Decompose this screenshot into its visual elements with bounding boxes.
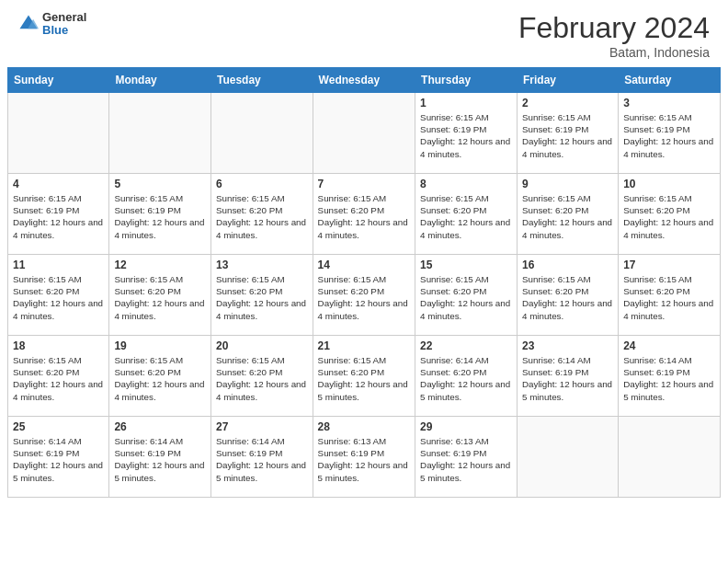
calendar-week-row: 11Sunrise: 6:15 AM Sunset: 6:20 PM Dayli… bbox=[8, 255, 721, 336]
calendar-cell: 6Sunrise: 6:15 AM Sunset: 6:20 PM Daylig… bbox=[210, 174, 313, 255]
day-info: Sunrise: 6:15 AM Sunset: 6:20 PM Dayligh… bbox=[114, 354, 206, 403]
weekday-header-thursday: Thursday bbox=[415, 68, 518, 93]
day-info: Sunrise: 6:15 AM Sunset: 6:20 PM Dayligh… bbox=[522, 192, 613, 241]
weekday-header-saturday: Saturday bbox=[619, 68, 721, 93]
calendar-cell bbox=[210, 93, 313, 174]
calendar-cell bbox=[619, 417, 721, 498]
calendar-cell: 23Sunrise: 6:14 AM Sunset: 6:19 PM Dayli… bbox=[518, 336, 619, 417]
calendar-cell: 7Sunrise: 6:15 AM Sunset: 6:20 PM Daylig… bbox=[313, 174, 415, 255]
day-number: 22 bbox=[420, 339, 512, 352]
day-info: Sunrise: 6:15 AM Sunset: 6:20 PM Dayligh… bbox=[216, 192, 308, 241]
day-number: 10 bbox=[623, 178, 715, 190]
page-header: General Blue February 2024 Batam, Indone… bbox=[0, 0, 728, 67]
weekday-header-friday: Friday bbox=[518, 68, 619, 93]
calendar-cell: 15Sunrise: 6:15 AM Sunset: 6:20 PM Dayli… bbox=[415, 255, 518, 336]
calendar-cell: 5Sunrise: 6:15 AM Sunset: 6:19 PM Daylig… bbox=[109, 174, 211, 255]
day-info: Sunrise: 6:15 AM Sunset: 6:20 PM Dayligh… bbox=[522, 273, 613, 322]
calendar-cell: 21Sunrise: 6:15 AM Sunset: 6:20 PM Dayli… bbox=[313, 336, 415, 417]
day-info: Sunrise: 6:13 AM Sunset: 6:19 PM Dayligh… bbox=[420, 435, 512, 484]
day-number: 11 bbox=[13, 259, 104, 271]
day-number: 23 bbox=[522, 339, 613, 352]
day-number: 14 bbox=[318, 259, 410, 271]
calendar-cell: 4Sunrise: 6:15 AM Sunset: 6:19 PM Daylig… bbox=[8, 174, 109, 255]
day-number: 5 bbox=[114, 178, 206, 190]
day-number: 19 bbox=[114, 339, 206, 352]
weekday-header-row: SundayMondayTuesdayWednesdayThursdayFrid… bbox=[8, 68, 721, 93]
day-number: 27 bbox=[216, 420, 308, 433]
day-info: Sunrise: 6:15 AM Sunset: 6:19 PM Dayligh… bbox=[13, 192, 104, 241]
day-number: 15 bbox=[420, 259, 512, 271]
calendar-cell: 28Sunrise: 6:13 AM Sunset: 6:19 PM Dayli… bbox=[313, 417, 415, 498]
day-number: 21 bbox=[318, 339, 410, 352]
weekday-header-monday: Monday bbox=[109, 68, 211, 93]
calendar-cell bbox=[313, 93, 415, 174]
day-number: 3 bbox=[623, 97, 715, 109]
day-number: 8 bbox=[420, 178, 512, 190]
day-info: Sunrise: 6:15 AM Sunset: 6:20 PM Dayligh… bbox=[420, 273, 512, 322]
calendar-cell: 14Sunrise: 6:15 AM Sunset: 6:20 PM Dayli… bbox=[313, 255, 415, 336]
day-number: 18 bbox=[13, 339, 104, 352]
day-info: Sunrise: 6:15 AM Sunset: 6:19 PM Dayligh… bbox=[522, 111, 613, 160]
calendar-cell: 3Sunrise: 6:15 AM Sunset: 6:19 PM Daylig… bbox=[619, 93, 721, 174]
day-number: 25 bbox=[13, 420, 104, 433]
day-info: Sunrise: 6:15 AM Sunset: 6:20 PM Dayligh… bbox=[216, 354, 308, 403]
day-info: Sunrise: 6:15 AM Sunset: 6:20 PM Dayligh… bbox=[420, 192, 512, 241]
calendar-cell: 22Sunrise: 6:14 AM Sunset: 6:20 PM Dayli… bbox=[415, 336, 518, 417]
day-number: 26 bbox=[114, 420, 206, 433]
day-number: 17 bbox=[623, 259, 715, 271]
day-info: Sunrise: 6:15 AM Sunset: 6:20 PM Dayligh… bbox=[13, 354, 104, 403]
day-info: Sunrise: 6:14 AM Sunset: 6:19 PM Dayligh… bbox=[216, 435, 308, 484]
logo-icon bbox=[18, 14, 39, 34]
title-section: February 2024 Batam, Indonesia bbox=[518, 11, 710, 60]
day-number: 4 bbox=[13, 178, 104, 190]
calendar-cell: 27Sunrise: 6:14 AM Sunset: 6:19 PM Dayli… bbox=[210, 417, 313, 498]
day-info: Sunrise: 6:14 AM Sunset: 6:19 PM Dayligh… bbox=[13, 435, 104, 484]
logo-general: General bbox=[42, 11, 86, 24]
calendar-week-row: 18Sunrise: 6:15 AM Sunset: 6:20 PM Dayli… bbox=[8, 336, 721, 417]
calendar-week-row: 25Sunrise: 6:14 AM Sunset: 6:19 PM Dayli… bbox=[8, 417, 721, 498]
weekday-header-sunday: Sunday bbox=[8, 68, 109, 93]
calendar-week-row: 1Sunrise: 6:15 AM Sunset: 6:19 PM Daylig… bbox=[8, 93, 721, 174]
day-number: 28 bbox=[318, 420, 410, 433]
calendar-cell: 2Sunrise: 6:15 AM Sunset: 6:19 PM Daylig… bbox=[518, 93, 619, 174]
calendar-cell bbox=[8, 93, 109, 174]
day-info: Sunrise: 6:15 AM Sunset: 6:20 PM Dayligh… bbox=[13, 273, 104, 322]
day-number: 20 bbox=[216, 339, 308, 352]
day-number: 16 bbox=[522, 259, 613, 271]
calendar-cell: 8Sunrise: 6:15 AM Sunset: 6:20 PM Daylig… bbox=[415, 174, 518, 255]
day-info: Sunrise: 6:14 AM Sunset: 6:19 PM Dayligh… bbox=[522, 354, 613, 403]
day-number: 9 bbox=[522, 178, 613, 190]
calendar-body: 1Sunrise: 6:15 AM Sunset: 6:19 PM Daylig… bbox=[8, 93, 721, 498]
calendar-cell: 10Sunrise: 6:15 AM Sunset: 6:20 PM Dayli… bbox=[619, 174, 721, 255]
calendar-cell: 24Sunrise: 6:14 AM Sunset: 6:19 PM Dayli… bbox=[619, 336, 721, 417]
calendar-cell: 25Sunrise: 6:14 AM Sunset: 6:19 PM Dayli… bbox=[8, 417, 109, 498]
day-number: 13 bbox=[216, 259, 308, 271]
day-info: Sunrise: 6:15 AM Sunset: 6:19 PM Dayligh… bbox=[623, 111, 715, 160]
day-info: Sunrise: 6:15 AM Sunset: 6:20 PM Dayligh… bbox=[318, 273, 410, 322]
weekday-header-wednesday: Wednesday bbox=[313, 68, 415, 93]
calendar-cell: 9Sunrise: 6:15 AM Sunset: 6:20 PM Daylig… bbox=[518, 174, 619, 255]
calendar-cell bbox=[109, 93, 211, 174]
calendar-week-row: 4Sunrise: 6:15 AM Sunset: 6:19 PM Daylig… bbox=[8, 174, 721, 255]
logo: General Blue bbox=[18, 11, 86, 38]
day-number: 24 bbox=[623, 339, 715, 352]
day-info: Sunrise: 6:14 AM Sunset: 6:20 PM Dayligh… bbox=[420, 354, 512, 403]
weekday-header-tuesday: Tuesday bbox=[210, 68, 313, 93]
day-info: Sunrise: 6:15 AM Sunset: 6:20 PM Dayligh… bbox=[216, 273, 308, 322]
calendar-header: SundayMondayTuesdayWednesdayThursdayFrid… bbox=[8, 68, 721, 93]
calendar-cell bbox=[518, 417, 619, 498]
logo-blue: Blue bbox=[42, 24, 86, 37]
day-info: Sunrise: 6:15 AM Sunset: 6:20 PM Dayligh… bbox=[318, 192, 410, 241]
main-title: February 2024 bbox=[518, 11, 710, 45]
calendar-cell: 26Sunrise: 6:14 AM Sunset: 6:19 PM Dayli… bbox=[109, 417, 211, 498]
calendar-cell: 16Sunrise: 6:15 AM Sunset: 6:20 PM Dayli… bbox=[518, 255, 619, 336]
calendar-cell: 11Sunrise: 6:15 AM Sunset: 6:20 PM Dayli… bbox=[8, 255, 109, 336]
calendar-cell: 12Sunrise: 6:15 AM Sunset: 6:20 PM Dayli… bbox=[109, 255, 211, 336]
subtitle: Batam, Indonesia bbox=[518, 45, 710, 60]
day-info: Sunrise: 6:14 AM Sunset: 6:19 PM Dayligh… bbox=[114, 435, 206, 484]
day-number: 12 bbox=[114, 259, 206, 271]
calendar-cell: 13Sunrise: 6:15 AM Sunset: 6:20 PM Dayli… bbox=[210, 255, 313, 336]
day-number: 29 bbox=[420, 420, 512, 433]
day-info: Sunrise: 6:15 AM Sunset: 6:19 PM Dayligh… bbox=[420, 111, 512, 160]
day-info: Sunrise: 6:13 AM Sunset: 6:19 PM Dayligh… bbox=[318, 435, 410, 484]
